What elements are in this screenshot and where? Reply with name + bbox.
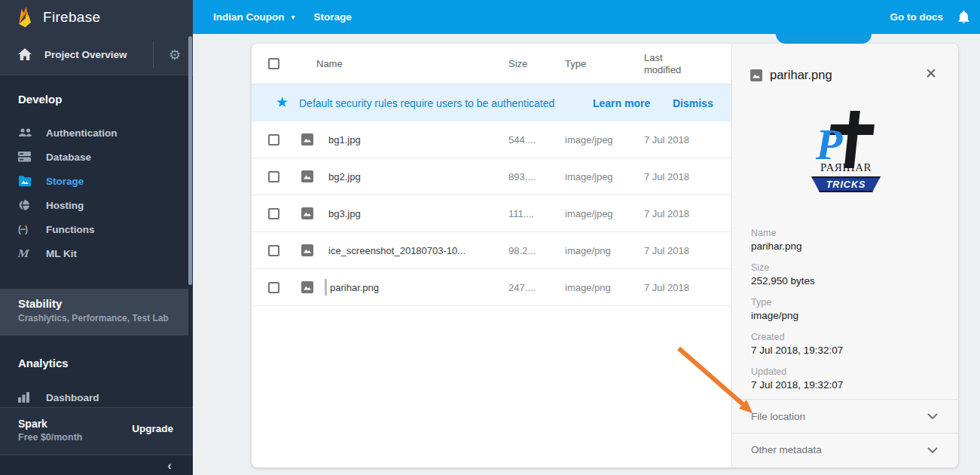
ml-kit-icon: M bbox=[18, 247, 36, 260]
other-metadata-section[interactable]: Other metadata bbox=[732, 433, 959, 466]
sidebar-section-stability[interactable]: Stability Crashlytics, Performance, Test… bbox=[0, 289, 188, 336]
table-row[interactable]: bg3.jpg 111.... image/jpeg 7 Jul 2018 bbox=[252, 195, 731, 232]
sidebar-item-project-overview[interactable]: Project Overview ⚙ bbox=[0, 34, 193, 75]
sidebar-item-ml-kit[interactable]: M ML Kit bbox=[0, 241, 188, 265]
image-file-icon bbox=[301, 281, 313, 293]
project-name: Indian Coupon bbox=[213, 11, 284, 23]
row-checkbox[interactable] bbox=[268, 171, 279, 182]
upload-button-partial[interactable] bbox=[776, 34, 872, 44]
firebase-flame-icon bbox=[17, 6, 33, 29]
logo-banner: TRICKS bbox=[811, 176, 881, 192]
file-size: 111.... bbox=[508, 208, 565, 219]
sidebar-item-hosting[interactable]: Hosting bbox=[0, 193, 188, 217]
file-size: 247.... bbox=[508, 282, 565, 293]
table-row[interactable]: ice_screenshot_20180703-10... 98.2... im… bbox=[252, 232, 731, 269]
row-checkbox[interactable] bbox=[268, 208, 279, 219]
chevron-down-icon bbox=[927, 413, 938, 419]
top-bar: Firebase Indian Coupon ▾ Storage Go to d… bbox=[0, 0, 980, 34]
sidebar-item-label: Storage bbox=[46, 176, 84, 187]
column-type: Type bbox=[565, 58, 644, 69]
details-header: parihar.png ✕ bbox=[750, 68, 940, 82]
storage-folder-icon bbox=[18, 176, 36, 187]
globe-icon bbox=[18, 199, 36, 211]
file-modified: 7 Jul 2018 bbox=[644, 171, 731, 182]
file-name: parihar.png bbox=[330, 282, 379, 293]
image-file-icon bbox=[750, 69, 762, 81]
sidebar-scrollbar[interactable] bbox=[188, 36, 192, 285]
logo-wordmark: PAЯIHAR bbox=[807, 161, 885, 174]
divider bbox=[153, 41, 154, 68]
stability-heading: Stability bbox=[18, 297, 188, 310]
sidebar-item-authentication[interactable]: Authentication bbox=[0, 121, 188, 145]
table-header: Name Size Type Last modified bbox=[252, 44, 731, 84]
upgrade-button[interactable]: Upgrade bbox=[132, 423, 173, 434]
field-created: Created 7 Jul 2018, 19:32:07 bbox=[751, 332, 843, 366]
file-type: image/png bbox=[565, 282, 644, 293]
field-updated: Updated 7 Jul 2018, 19:32:07 bbox=[751, 366, 843, 401]
row-checkbox[interactable] bbox=[268, 134, 279, 146]
bell-icon bbox=[957, 10, 970, 24]
home-icon bbox=[18, 48, 32, 60]
image-file-icon bbox=[301, 170, 313, 182]
file-location-section[interactable]: File location bbox=[732, 399, 959, 433]
app-bar: Indian Coupon ▾ Storage Go to docs bbox=[193, 0, 980, 34]
image-file-icon bbox=[301, 133, 313, 146]
file-name: bg1.jpg bbox=[328, 134, 361, 146]
collapse-sidebar-icon[interactable]: ‹ bbox=[167, 459, 172, 472]
project-overview-label: Project Overview bbox=[44, 49, 127, 60]
close-icon[interactable]: ✕ bbox=[925, 66, 937, 81]
table-row[interactable]: bg1.jpg 544.... image/jpeg 7 Jul 2018 bbox=[252, 121, 731, 158]
sidebar-item-label: Dashboard bbox=[46, 392, 99, 403]
file-details-panel: parihar.png ✕ P PAЯIHAR TRICKS Name pari… bbox=[731, 44, 958, 467]
database-icon bbox=[18, 152, 36, 162]
row-checkbox[interactable] bbox=[268, 282, 279, 293]
banner-message: Default security rules require users to … bbox=[299, 97, 554, 109]
table-row-selected[interactable]: parihar.png 247.... image/png 7 Jul 2018 bbox=[252, 269, 731, 306]
gear-icon[interactable]: ⚙ bbox=[160, 34, 189, 75]
image-file-icon bbox=[301, 207, 313, 219]
stability-subtitle: Crashlytics, Performance, Test Lab bbox=[18, 313, 188, 323]
project-switcher[interactable]: Indian Coupon ▾ bbox=[213, 11, 295, 23]
notifications-button[interactable] bbox=[957, 10, 970, 24]
column-size: Size bbox=[508, 58, 565, 69]
plan-footer: Spark Free $0/month Upgrade bbox=[0, 407, 193, 455]
sidebar-item-functions[interactable]: (--) Functions bbox=[0, 217, 188, 241]
star-icon: ★ bbox=[276, 95, 289, 109]
bar-chart-icon bbox=[18, 392, 36, 403]
selection-cursor-bar bbox=[325, 279, 327, 296]
sidebar: Project Overview ⚙ Develop Authenticatio… bbox=[0, 34, 193, 475]
field-size: Size 252,950 bytes bbox=[751, 262, 843, 297]
file-name: bg3.jpg bbox=[328, 208, 361, 219]
file-type: image/jpeg bbox=[565, 208, 644, 219]
dismiss-link[interactable]: Dismiss bbox=[673, 97, 713, 109]
column-name: Name bbox=[301, 58, 508, 69]
field-type: Type image/png bbox=[751, 297, 843, 332]
people-icon bbox=[18, 128, 36, 137]
file-size: 98.2... bbox=[508, 245, 565, 256]
firebase-brand[interactable]: Firebase bbox=[0, 0, 193, 34]
file-type: image/png bbox=[565, 245, 644, 256]
file-name: ice_screenshot_20180703-10... bbox=[328, 245, 466, 256]
file-type: image/jpeg bbox=[565, 171, 644, 182]
file-modified: 7 Jul 2018 bbox=[644, 282, 731, 293]
sidebar-item-storage[interactable]: Storage bbox=[0, 169, 188, 193]
file-modified: 7 Jul 2018 bbox=[644, 245, 731, 256]
sidebar-item-database[interactable]: Database bbox=[0, 145, 188, 169]
file-modified: 7 Jul 2018 bbox=[644, 134, 731, 146]
chevron-down-icon: ▾ bbox=[291, 14, 295, 21]
security-rules-banner: ★ Default security rules require users t… bbox=[252, 84, 731, 121]
table-row[interactable]: bg2.jpg 893.... image/jpeg 7 Jul 2018 bbox=[252, 158, 731, 195]
details-title: parihar.png bbox=[770, 68, 832, 82]
file-size: 893.... bbox=[508, 171, 565, 182]
go-to-docs-link[interactable]: Go to docs bbox=[890, 11, 944, 23]
row-checkbox[interactable] bbox=[268, 245, 279, 256]
file-size: 544.... bbox=[508, 134, 565, 146]
develop-heading: Develop bbox=[18, 93, 62, 106]
learn-more-link[interactable]: Learn more bbox=[593, 97, 650, 109]
file-modified: 7 Jul 2018 bbox=[644, 208, 731, 219]
select-all-checkbox[interactable] bbox=[268, 58, 279, 69]
breadcrumb-page: Storage bbox=[314, 11, 352, 23]
sidebar-item-dashboard[interactable]: Dashboard bbox=[0, 385, 188, 409]
metadata-fields: Name parihar.png Size 252,950 bytes Type… bbox=[751, 228, 843, 401]
sidebar-collapse-bar: ‹ bbox=[0, 455, 193, 475]
